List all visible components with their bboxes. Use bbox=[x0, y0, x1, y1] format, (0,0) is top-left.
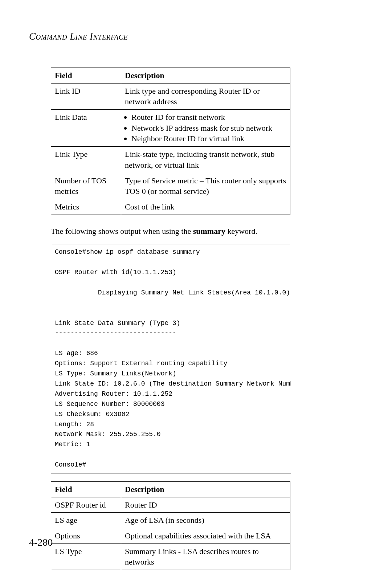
field-table-2: Field Description OSPF Router id Router … bbox=[51, 481, 290, 570]
cell-field: Metrics bbox=[51, 199, 121, 215]
document-page: Command Line Interface Field Description… bbox=[0, 0, 392, 570]
cell-desc: Router ID bbox=[121, 497, 290, 513]
cell-field: Link Data bbox=[51, 110, 121, 147]
intro-pre: The following shows output when using th… bbox=[51, 227, 193, 236]
table2-header-desc: Description bbox=[121, 481, 290, 497]
cell-desc: Summary Links - LSA describes routes to … bbox=[121, 543, 290, 570]
cell-desc: Link type and corresponding Router ID or… bbox=[121, 83, 290, 109]
cell-desc: Cost of the link bbox=[121, 199, 290, 215]
table-row: Link Type Link-state type, including tra… bbox=[51, 147, 290, 173]
cell-desc: Link-state type, including transit netwo… bbox=[121, 147, 290, 173]
cell-desc: Age of LSA (in seconds) bbox=[121, 513, 290, 528]
table-row: Metrics Cost of the link bbox=[51, 199, 290, 215]
cell-desc: Type of Service metric – This router onl… bbox=[121, 173, 290, 199]
page-header: Command Line Interface bbox=[29, 31, 339, 42]
list-item: Neighbor Router ID for virtual link bbox=[131, 133, 286, 144]
list-item: Router ID for transit network bbox=[131, 112, 286, 123]
table-row: Options Optional capabilities associated… bbox=[51, 528, 290, 544]
list-item: Network's IP address mask for stub netwo… bbox=[131, 123, 286, 134]
cell-desc: Optional capabilities associated with th… bbox=[121, 528, 290, 544]
cell-desc: Router ID for transit network Network's … bbox=[121, 110, 290, 147]
console-output: Console#show ip ospf database summary OS… bbox=[51, 244, 291, 473]
table-row: Link Data Router ID for transit network … bbox=[51, 110, 290, 147]
intro-bold: summary bbox=[193, 227, 225, 236]
table-row: Number of TOS metrics Type of Service me… bbox=[51, 173, 290, 199]
table2-header-field: Field bbox=[51, 481, 121, 497]
cell-field: Link ID bbox=[51, 83, 121, 109]
table-row: LS age Age of LSA (in seconds) bbox=[51, 513, 290, 528]
cell-field: Options bbox=[51, 528, 121, 544]
cell-field: Link Type bbox=[51, 147, 121, 173]
page-number: 4-280 bbox=[29, 537, 53, 548]
table1-header-field: Field bbox=[51, 68, 121, 84]
intro-post: keyword. bbox=[225, 227, 257, 236]
table-row: OSPF Router id Router ID bbox=[51, 497, 290, 513]
cell-field: OSPF Router id bbox=[51, 497, 121, 513]
cell-field: Number of TOS metrics bbox=[51, 173, 121, 199]
table1-header-desc: Description bbox=[121, 68, 290, 84]
field-table-1: Field Description Link ID Link type and … bbox=[51, 68, 290, 215]
table-row: LS Type Summary Links - LSA describes ro… bbox=[51, 543, 290, 570]
intro-text: The following shows output when using th… bbox=[51, 226, 339, 237]
cell-field: LS Type bbox=[51, 543, 121, 570]
table-row: Link ID Link type and corresponding Rout… bbox=[51, 83, 290, 109]
cell-field: LS age bbox=[51, 513, 121, 528]
